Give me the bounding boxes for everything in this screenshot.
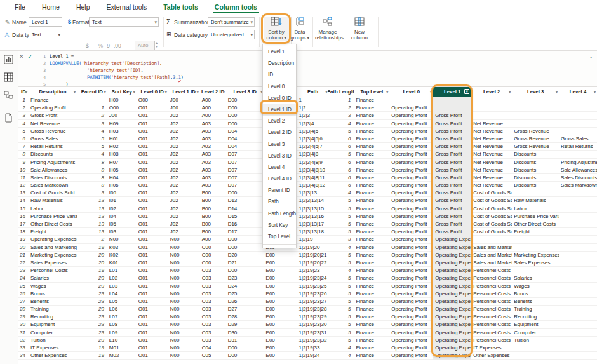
data-view-icon[interactable] [4,72,14,83]
table-cell[interactable]: M01 [107,344,137,352]
table-cell[interactable]: D00 [226,97,264,104]
sort-option-level-2[interactable]: Level 2 [263,116,296,127]
table-cell[interactable]: Gross Profit [433,143,471,151]
table-cell[interactable]: 26 [18,290,29,298]
table-cell[interactable]: Finance [354,128,389,135]
sort-option-path-length[interactable]: Path Length [263,208,296,220]
table-cell[interactable]: Operating Profit [389,213,433,220]
table-cell[interactable]: C03 [200,321,226,328]
table-cell[interactable] [559,213,597,220]
table-cell[interactable]: Finance [354,252,389,259]
table-cell[interactable]: O01 [137,128,168,135]
sort-option-level-0[interactable]: Level 0 [263,81,296,93]
table-cell[interactable]: Finance [354,236,389,243]
table-cell[interactable]: 1|2|19|34 [297,352,329,360]
table-cell[interactable]: Purchase Price Variance [29,213,77,220]
table-cell[interactable]: H08 [107,151,137,158]
table-cell[interactable]: H01 [107,135,137,143]
table-cell[interactable]: 8 [77,166,107,174]
table-cell[interactable]: Net Revenue [471,174,512,182]
table-cell[interactable]: 1|2|19 [297,236,329,243]
table-cell[interactable]: D27 [226,306,264,313]
table-cell[interactable]: Finance [354,313,389,321]
table-cell[interactable]: Operating Expenses [433,252,471,259]
table-cell[interactable]: C03 [200,337,226,344]
table-cell[interactable]: 10 [18,166,29,174]
table-cell[interactable]: 1|2|19|23|26 [297,290,329,298]
table-cell[interactable]: Finance [354,213,389,220]
table-cell[interactable]: Operating Expenses [433,259,471,267]
table-cell[interactable]: 1|2 [297,104,329,112]
table-cell[interactable]: Operating Profit [389,329,433,337]
table-cell[interactable]: D04 [226,143,264,151]
sort-option-sort-key[interactable]: Sort Key [263,220,296,231]
format-button[interactable]: $ [86,43,89,49]
table-cell[interactable]: Discounts [512,182,559,189]
table-cell[interactable]: Labor [512,205,559,213]
table-cell[interactable]: Computer [512,329,559,337]
table-cell[interactable]: 14 [18,197,29,205]
table-cell[interactable]: Net Revenue [471,182,512,189]
table-cell[interactable]: Operating Expenses [433,244,471,252]
table-cell[interactable]: E00 [264,344,297,352]
table-cell[interactable]: 1|2|19|20|22 [297,259,329,267]
table-cell[interactable]: 13 [77,228,107,236]
table-cell[interactable]: Sales Expenses [29,259,77,267]
dax-query-view-icon[interactable] [4,113,14,123]
table-cell[interactable]: Cost of Goods Sold [471,213,512,220]
table-cell[interactable]: Gross Profit [29,112,77,119]
table-cell[interactable]: Personnel Costs [471,298,512,306]
table-cell[interactable]: E00 [264,352,297,360]
table-cell[interactable]: IT Expenses [471,344,512,352]
table-cell[interactable]: Operating Profit [389,182,433,189]
table-cell[interactable]: N00 [168,274,200,282]
column-filter-icon[interactable]: ▾ [509,90,511,94]
table-cell[interactable]: Wages [512,283,559,290]
report-view-icon[interactable] [4,55,14,65]
table-cell[interactable]: D00 [226,236,264,243]
table-cell[interactable]: Sale Allowances [559,166,597,174]
table-cell[interactable]: H02 [107,143,137,151]
table-cell[interactable]: 6 [328,135,354,143]
table-cell[interactable]: J02 [168,151,200,158]
table-cell[interactable]: N00 [168,236,200,243]
table-cell[interactable]: O00 [107,104,137,112]
table-cell[interactable]: 25 [18,283,29,290]
table-cell[interactable]: 18 [18,228,29,236]
table-cell[interactable]: 32 [18,337,29,344]
sort-option-level-4-id[interactable]: Level 4 ID [263,173,296,185]
table-cell[interactable]: Benefits [29,298,77,306]
table-cell[interactable]: A03 [200,120,226,128]
table-cell[interactable]: 23 [77,290,107,298]
table-cell[interactable]: Operating Expenses [433,236,471,243]
table-cell[interactable]: Training [512,306,559,313]
datatype-select[interactable]: Text▾ [29,30,62,39]
sort-option-level-3-id[interactable]: Level 3 ID [263,151,296,162]
table-cell[interactable]: Operating Expenses [433,329,471,337]
table-cell[interactable] [559,267,597,274]
table-cell[interactable]: Gross Profit [433,135,471,143]
sort-option-level-0-id[interactable]: Level 0 ID [263,93,296,104]
table-cell[interactable]: 1|2|3|13|14 [297,197,329,205]
data-category-select[interactable]: Uncategorized▾ [208,30,255,39]
table-cell[interactable]: B00 [200,228,226,236]
table-cell[interactable]: Finance [354,352,389,360]
table-cell[interactable]: 29 [18,313,29,321]
table-cell[interactable]: O01 [137,189,168,197]
table-cell[interactable]: N00 [168,337,200,344]
table-cell[interactable]: Equipment [29,321,77,328]
table-cell[interactable] [559,120,597,128]
table-cell[interactable] [559,283,597,290]
table-cell[interactable]: Purchase Price Variance [512,213,559,220]
table-cell[interactable]: Computer [29,329,77,337]
table-cell[interactable]: D24 [226,283,264,290]
table-cell[interactable]: Finance [354,337,389,344]
table-cell[interactable]: 1 [18,97,29,104]
column-filter-icon[interactable]: ▾ [594,90,596,94]
table-cell[interactable]: N00 [168,298,200,306]
table-cell[interactable]: Raw Materials [29,197,77,205]
table-cell[interactable]: Freight [29,228,77,236]
table-cell[interactable]: 15 [18,205,29,213]
format-button[interactable]: - [93,43,95,49]
table-cell[interactable]: D31 [226,337,264,344]
